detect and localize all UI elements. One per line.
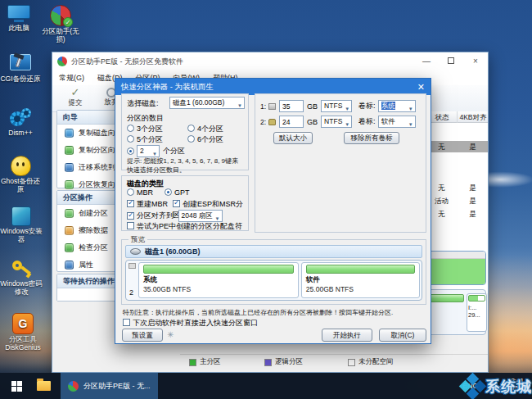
dialog-titlebar: 快速分区神器 - 为装机而生 ✕ xyxy=(115,79,431,95)
radio-mbr[interactable]: MBR xyxy=(127,188,153,197)
default-size-button[interactable]: 默认大小 xyxy=(273,132,313,144)
windows-logo-icon xyxy=(11,381,22,392)
desktop: 此电脑 ✓ 分区助手(无损) CGI备份还原 Dism++ Gho xyxy=(0,0,532,399)
desktop-icon-ghost[interactable]: Ghost备份还原 xyxy=(0,156,41,194)
checkbox-assign-letter[interactable]: 尝试为PE中创建的分区分配盘符 xyxy=(127,221,242,232)
commit-button[interactable]: ✓ 提交 xyxy=(59,87,92,108)
chevron-down-icon: ▼ xyxy=(237,101,242,109)
chevron-down-icon: ▼ xyxy=(345,104,349,112)
quick-partition-dialog: 快速分区神器 - 为装机而生 ✕ 选择磁盘: 磁盘1 (60.00GB)▼ 分区… xyxy=(115,78,431,344)
maximize-button[interactable] xyxy=(439,52,463,70)
checkbox-rebuild-mbr[interactable]: 重建MBR xyxy=(127,199,168,210)
watermark-logo-icon xyxy=(461,374,485,399)
legend-unallocated: 未分配空间 xyxy=(348,357,394,367)
cancel-button[interactable]: 取消(C) xyxy=(379,329,426,342)
preview-group: 预览 磁盘1 (60.00GB) 2 系统 35.00GB NTFS 软件 xyxy=(121,239,426,305)
preview-disk-header: 磁盘1 (60.00GB) xyxy=(125,245,422,258)
partition-recovery-icon xyxy=(65,180,74,189)
taskbar-task-partition-assistant[interactable]: 分区助手PE版 - 无... xyxy=(61,373,158,399)
radio-6-partitions[interactable]: 6个分区 xyxy=(187,134,223,145)
remove-labels-button[interactable]: 移除所有卷标 xyxy=(344,132,399,144)
desktop-icon-cgi[interactable]: CGI备份还原 xyxy=(0,54,41,84)
migrate-os-icon xyxy=(65,163,74,172)
desktop-icon-diskgenius[interactable]: G 分区工具DiskGenius xyxy=(0,313,46,352)
disk-count-group: 选择磁盘: 磁盘1 (60.00GB)▼ 分区的数目 3个分区 4个分区 5个分… xyxy=(121,93,249,170)
desktop-icon-win-password[interactable]: Windows密码修改 xyxy=(0,259,43,297)
preview-partition-software[interactable]: 软件 25.00GB NTFS xyxy=(301,262,420,298)
radio-4-partitions[interactable]: 4个分区 xyxy=(187,124,223,134)
ghost-icon xyxy=(11,156,31,176)
desktop-icon-partition-assistant[interactable]: ✓ 分区助手(无损) xyxy=(39,5,82,44)
key-icon xyxy=(11,259,32,279)
file-explorer-button[interactable] xyxy=(33,381,54,391)
start-button[interactable]: 开始执行 xyxy=(322,329,372,342)
desktop-icon-win-installer[interactable]: Windows安装器 xyxy=(0,206,43,244)
gears-icon xyxy=(10,108,31,128)
minimize-button[interactable]: — xyxy=(414,52,439,70)
check-partition-icon xyxy=(65,243,74,252)
disk-number-strip: 2 xyxy=(128,262,138,298)
copy-disk-icon xyxy=(65,129,74,138)
disk-select[interactable]: 磁盘1 (60.00GB)▼ xyxy=(169,97,245,109)
size-input-2[interactable] xyxy=(279,116,304,128)
menu-general[interactable]: 常规(G) xyxy=(52,73,91,84)
desktop-icon-label: CGI备份还原 xyxy=(0,75,41,84)
copy-partition-icon xyxy=(65,146,74,155)
diskgenius-icon: G xyxy=(12,313,34,334)
checkbox-next-start[interactable]: 下次启动软件时直接进入快速分区窗口 xyxy=(123,318,258,329)
align-select[interactable]: 2048 扇区▼ xyxy=(178,210,223,222)
checkbox-align[interactable]: 分区对齐到: 2048 扇区▼ xyxy=(127,210,223,222)
window-title: 分区助手PE版 - 无损分区免费软件 xyxy=(71,57,183,67)
fs-select-1[interactable]: NTFS▼ xyxy=(321,100,352,112)
partition-rows-group: 1: GB NTFS▼ 卷标: 系统▼ 2: GB NTFS▼ 卷标: 软件▼ … xyxy=(255,93,426,233)
watermark-text: 系统城 xyxy=(485,377,532,397)
volume-label-select-2[interactable]: 软件▼ xyxy=(378,116,416,128)
dialog-title: 快速分区神器 - 为装机而生 xyxy=(121,82,214,91)
radio-3-partitions[interactable]: 3个分区 xyxy=(127,124,163,134)
desktop-icon-label: 此电脑 xyxy=(0,25,38,33)
radio-custom-count[interactable]: 2▼ 个分区 xyxy=(127,145,185,157)
radio-5-partitions[interactable]: 5个分区 xyxy=(127,134,163,145)
preview-partition-system[interactable]: 系统 35.00GB NTFS xyxy=(138,262,299,298)
chevron-down-icon: ▼ xyxy=(345,120,349,128)
unallocated-swatch xyxy=(348,359,355,366)
desktop-icon-label: Dism++ xyxy=(0,129,41,138)
chevron-down-icon: ▼ xyxy=(408,104,413,112)
computer-icon xyxy=(7,5,30,23)
preset-button[interactable]: 预设置 xyxy=(122,329,163,342)
sparkle-icon: ✳ xyxy=(167,330,174,339)
desktop-icon-label: Windows密码修改 xyxy=(0,280,43,297)
radio-gpt[interactable]: GPT xyxy=(165,188,190,197)
desktop-icon-label: Ghost备份还原 xyxy=(0,178,41,194)
app-icon xyxy=(57,57,67,66)
properties-icon xyxy=(65,261,74,270)
hint-text: 提示: 您能按1, 2, 3, 4, 5, 6, 7, 8, 9键来 快速选择分… xyxy=(127,156,238,175)
logical-partition-swatch xyxy=(264,359,272,366)
preview-partitions: 2 系统 35.00GB NTFS 软件 25.00GB NTFS xyxy=(125,260,422,301)
app-icon xyxy=(68,381,79,392)
legend-logical: 逻辑分区 xyxy=(264,357,303,367)
warning-text: 特别注意：执行此操作后，当前所选磁盘上已经存在的所有分区将被删除！按回车键开始分… xyxy=(123,308,427,317)
start-button[interactable] xyxy=(0,381,33,392)
check-icon: ✓ xyxy=(59,87,92,98)
fs-select-2[interactable]: NTFS▼ xyxy=(321,116,352,128)
disk-icon xyxy=(130,248,141,255)
count-select[interactable]: 2▼ xyxy=(137,145,160,157)
folder-icon xyxy=(37,381,51,391)
small-partition-block[interactable]: I:... 29... xyxy=(467,293,487,332)
disk-type-group: 磁盘的类型 MBR GPT 重建MBR 创建ESP和MSR分区 分区对齐到: 2… xyxy=(121,175,249,231)
taskbar: 分区助手PE版 - 无... ENG 12:41 2018/5/8 xyxy=(0,373,532,399)
volume-label-select-1[interactable]: 系统▼ xyxy=(378,100,416,112)
size-input-1[interactable] xyxy=(279,100,304,112)
close-button[interactable]: × xyxy=(463,52,488,70)
column-4kb[interactable]: 4KB对齐 xyxy=(457,111,489,123)
column-status[interactable]: 状态 xyxy=(427,111,456,123)
partition-count-label: 分区的数目 xyxy=(127,113,164,124)
dialog-close-icon[interactable]: ✕ xyxy=(417,79,425,95)
partition-icon xyxy=(268,103,276,110)
desktop-icon-dism[interactable]: Dism++ xyxy=(0,108,41,138)
erase-data-icon xyxy=(65,226,74,235)
desktop-icon-this-pc[interactable]: 此电脑 xyxy=(0,5,38,33)
desktop-icon-label: 分区助手(无损) xyxy=(39,28,82,44)
legend-bar: 主分区 逻辑分区 未分配空间 xyxy=(180,354,488,369)
